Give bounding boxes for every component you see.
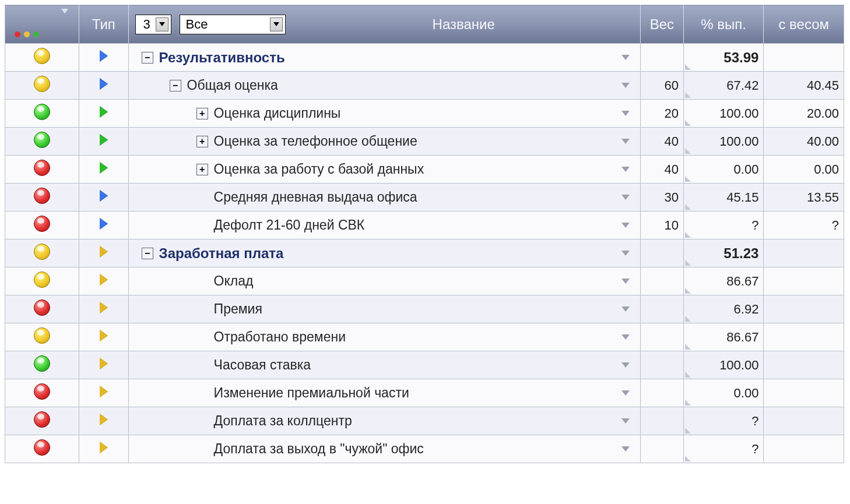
table-row[interactable]: −Заработная плата51.23 — [5, 239, 844, 267]
header-type[interactable]: Тип — [79, 5, 128, 44]
type-cell — [79, 239, 128, 267]
weight-cell — [640, 379, 683, 407]
pct-cell: 6.92 — [683, 295, 764, 323]
cell-handle-icon — [685, 372, 691, 378]
name-cell[interactable]: Премия — [128, 295, 640, 323]
header-weighted[interactable]: с весом — [764, 5, 844, 44]
row-dropdown-icon[interactable] — [621, 446, 630, 452]
tree-expand-icon[interactable]: + — [196, 136, 208, 147]
type-cell — [79, 323, 128, 351]
row-label: Доплата за выход в "чужой" офис — [214, 441, 424, 457]
row-dropdown-icon[interactable] — [621, 334, 630, 340]
header-pct[interactable]: % вып. — [683, 5, 764, 44]
row-dropdown-icon[interactable] — [621, 139, 630, 144]
name-cell[interactable]: −Заработная плата — [128, 239, 640, 267]
name-cell[interactable]: Отработано времени — [128, 323, 640, 351]
row-dropdown-icon[interactable] — [621, 418, 630, 424]
row-dropdown-icon[interactable] — [621, 223, 630, 228]
row-dropdown-icon[interactable] — [621, 279, 630, 284]
weight-cell — [640, 267, 683, 295]
weight-cell — [640, 351, 683, 379]
table-row[interactable]: Отработано времени86.67 — [5, 323, 844, 351]
weight-cell — [640, 435, 683, 463]
table-row[interactable]: Премия6.92 — [5, 295, 844, 323]
filter-select[interactable]: Все — [180, 15, 286, 34]
tree-collapse-icon[interactable]: − — [142, 248, 153, 259]
row-dropdown-icon[interactable] — [621, 167, 630, 172]
table-row[interactable]: +Оценка дисциплины20100.0020.00 — [5, 100, 844, 128]
type-arrow-icon — [100, 414, 108, 425]
row-dropdown-icon[interactable] — [621, 111, 630, 116]
row-label: Часовая ставка — [214, 357, 311, 373]
header-weight-label: Вес — [650, 16, 674, 32]
row-dropdown-icon[interactable] — [621, 83, 630, 88]
tree-expand-icon[interactable]: + — [196, 164, 208, 175]
name-cell[interactable]: +Оценка за работу с базой данных — [128, 156, 640, 184]
pct-value: 86.67 — [726, 330, 758, 344]
row-label: Отработано времени — [214, 329, 346, 345]
row-label: Общая оценка — [187, 77, 278, 93]
pct-value: 53.99 — [723, 50, 758, 65]
tree-expand-icon[interactable]: + — [196, 108, 208, 119]
table-row[interactable]: +Оценка за работу с базой данных400.000.… — [5, 156, 844, 184]
dropdown-button-icon[interactable] — [156, 17, 168, 31]
name-cell[interactable]: Доплата за выход в "чужой" офис — [128, 435, 640, 463]
status-cell — [5, 407, 79, 435]
name-cell[interactable]: Часовая ставка — [128, 351, 640, 379]
row-label: Изменение премиальной части — [214, 385, 409, 401]
weighted-cell — [764, 239, 844, 267]
name-cell[interactable]: Средняя дневная выдача офиса — [128, 184, 640, 212]
weighted-cell — [764, 44, 844, 72]
cell-handle-icon — [685, 120, 691, 126]
name-cell[interactable]: −Результативность — [128, 44, 640, 72]
row-dropdown-icon[interactable] — [621, 306, 630, 312]
table-row[interactable]: Доплата за коллцентр? — [5, 407, 844, 435]
table-row[interactable]: Доплата за выход в "чужой" офис? — [5, 435, 844, 463]
table-row[interactable]: −Результативность53.99 — [5, 44, 844, 72]
table-row[interactable]: Изменение премиальной части0.00 — [5, 379, 844, 407]
weighted-cell — [764, 351, 844, 379]
name-cell[interactable]: Доплата за коллцентр — [128, 407, 640, 435]
type-arrow-icon — [100, 134, 108, 146]
weighted-cell: ? — [764, 212, 844, 239]
type-cell — [79, 72, 128, 100]
name-cell[interactable]: +Оценка за телефонное общение — [128, 128, 640, 156]
row-dropdown-icon[interactable] — [621, 390, 630, 396]
name-cell[interactable]: Дефолт 21-60 дней СВК — [128, 212, 640, 239]
type-arrow-icon — [100, 78, 108, 90]
status-light-icon — [34, 272, 50, 288]
type-cell — [79, 100, 128, 128]
level-select[interactable]: 3 — [135, 15, 171, 34]
row-label: Премия — [214, 301, 262, 317]
name-cell[interactable]: Изменение премиальной части — [128, 379, 640, 407]
pct-cell: 51.23 — [683, 239, 764, 267]
pct-value: ? — [751, 218, 758, 232]
cell-handle-icon — [685, 64, 691, 70]
header-type-label: Тип — [92, 16, 115, 32]
table-row[interactable]: Средняя дневная выдача офиса3045.1513.55 — [5, 184, 844, 212]
type-cell — [79, 407, 128, 435]
table-row[interactable]: Часовая ставка100.00 — [5, 351, 844, 379]
row-dropdown-icon[interactable] — [621, 55, 630, 60]
name-cell[interactable]: −Общая оценка — [128, 72, 640, 100]
tree-collapse-icon[interactable]: − — [170, 80, 181, 91]
type-cell — [79, 295, 128, 323]
name-cell[interactable]: Оклад — [128, 267, 640, 295]
dropdown-button-icon[interactable] — [270, 17, 283, 31]
row-dropdown-icon[interactable] — [621, 195, 630, 200]
name-cell[interactable]: +Оценка дисциплины — [128, 100, 640, 128]
pct-cell: 45.15 — [683, 184, 764, 212]
table-row[interactable]: +Оценка за телефонное общение40100.0040.… — [5, 128, 844, 156]
level-select-value: 3 — [142, 17, 152, 32]
header-weight[interactable]: Вес — [640, 5, 683, 44]
table-row[interactable]: −Общая оценка6067.4240.45 — [5, 72, 844, 100]
pct-value: 67.42 — [726, 78, 758, 93]
row-dropdown-icon[interactable] — [621, 362, 630, 368]
table-row[interactable]: Дефолт 21-60 дней СВК10?? — [5, 212, 844, 239]
row-dropdown-icon[interactable] — [621, 251, 630, 256]
table-row[interactable]: Оклад86.67 — [5, 267, 844, 295]
tree-collapse-icon[interactable]: − — [142, 52, 153, 64]
status-light-icon — [34, 383, 50, 400]
header-status[interactable] — [5, 5, 79, 44]
cell-handle-icon — [685, 316, 691, 322]
